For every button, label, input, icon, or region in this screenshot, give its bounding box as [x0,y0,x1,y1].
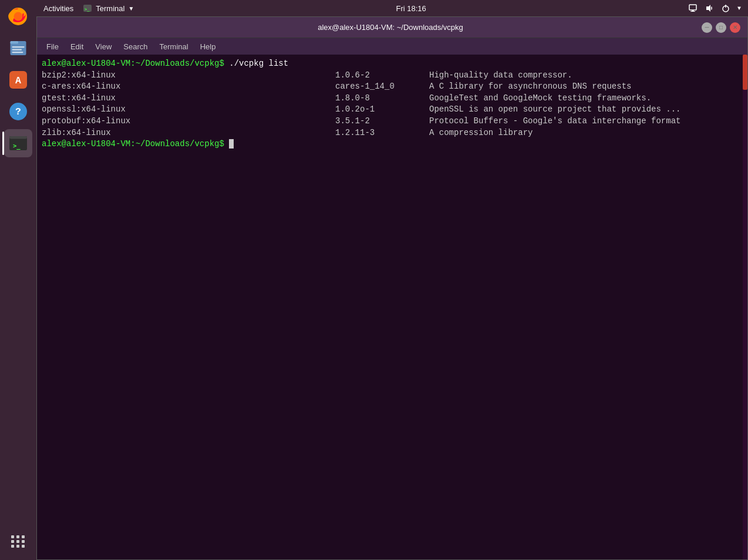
prompt2: alex@alex-U1804-VM:~/Downloads/vcpkg$ [42,139,224,149]
svg-marker-19 [706,5,710,12]
pkg-version: 1.2.11-3 [335,127,429,139]
svg-text:>_: >_ [13,142,21,150]
svg-point-1 [14,12,23,21]
scrollbar-thumb[interactable] [743,55,747,90]
activities-button[interactable]: Activities [43,4,73,13]
pkg-name: bzip2:x64-linux [42,70,335,82]
package-line: protobuf:x64-linux3.5.1-2Protocol Buffer… [42,116,743,127]
menu-file[interactable]: File [42,41,63,52]
volume-icon[interactable] [705,4,714,13]
prompt1: alex@alex-U1804-VM:~/Downloads/vcpkg$ [42,59,224,68]
pkg-name: gtest:x64-linux [42,93,335,104]
top-bar: Activities >_ Terminal ▼ Fri 18:16 [36,0,748,16]
pkg-name: openssl:x64-linux [42,104,335,116]
taskbar-files[interactable] [4,34,32,62]
menu-terminal[interactable]: Terminal [155,41,193,52]
taskbar-terminal[interactable]: >_ [4,129,32,157]
svg-rect-12 [9,136,27,139]
top-bar-left: Activities >_ Terminal ▼ [43,4,134,13]
top-bar-datetime: Fri 18:16 [396,4,426,13]
package-line: zlib:x64-linux1.2.11-3A compression libr… [42,127,743,139]
command-line: alex@alex-U1804-VM:~/Downloads/vcpkg$ ./… [42,58,743,70]
app-grid-button[interactable] [4,527,32,555]
svg-rect-4 [12,46,25,48]
svg-text:?: ? [15,106,21,117]
svg-text:>_: >_ [85,7,90,12]
app-dropdown-icon: ▼ [128,5,134,12]
pkg-name: c-ares:x64-linux [42,81,335,93]
pkg-version: cares-1_14_0 [335,81,429,93]
scrollbar-track[interactable] [743,55,747,559]
pkg-version: 1.8.0-8 [335,93,429,104]
menu-view[interactable]: View [90,41,116,52]
svg-rect-17 [692,10,694,11]
command-text: ./vcpkg list [229,59,288,68]
taskbar-help[interactable]: ? [4,97,32,126]
main-content: Activities >_ Terminal ▼ Fri 18:16 [36,0,748,560]
prompt2-line: alex@alex-U1804-VM:~/Downloads/vcpkg$ [42,139,743,150]
pkg-name: zlib:x64-linux [42,127,335,139]
pkg-name: protobuf:x64-linux [42,116,335,127]
pkg-desc: High-quality data compressor. [429,70,572,82]
pkg-desc: A C library for asynchronous DNS request… [429,81,631,93]
terminal-body[interactable]: alex@alex-U1804-VM:~/Downloads/vcpkg$ ./… [37,55,747,559]
pkg-desc: A compression library [429,127,533,139]
cursor [229,139,234,149]
menu-help[interactable]: Help [196,41,221,52]
package-line: openssl:x64-linux1.0.2o-1OpenSSL is an o… [42,104,743,116]
menu-search[interactable]: Search [119,41,152,52]
svg-rect-6 [12,52,23,53]
pkg-version: 3.5.1-2 [335,116,429,127]
package-line: gtest:x64-linux1.8.0-8GoogleTest and Goo… [42,93,743,104]
svg-rect-18 [690,11,695,12]
app-name-label: Terminal [96,4,124,13]
pkg-version: 1.0.6-2 [335,70,429,82]
pkg-desc: GoogleTest and GoogleMock testing framew… [429,93,651,104]
terminal-app-icon: >_ [83,4,92,13]
top-bar-app-menu[interactable]: >_ Terminal ▼ [83,4,134,13]
svg-rect-16 [689,5,696,10]
settings-dropdown-icon[interactable]: ▼ [737,5,741,12]
power-icon[interactable] [721,4,730,13]
pkg-desc: OpenSSL is an open source project that p… [429,104,680,116]
terminal-menubar: File Edit View Search Terminal Help [37,38,747,55]
package-line: c-ares:x64-linuxcares-1_14_0A C library … [42,81,743,93]
display-icon[interactable] [688,4,698,13]
menu-edit[interactable]: Edit [66,41,88,52]
window-close-button[interactable]: ✕ [730,22,740,33]
window-controls: ─ □ ✕ [702,22,740,33]
package-output: bzip2:x64-linux1.0.6-2High-quality data … [42,70,743,139]
taskbar-appstore[interactable]: A [4,66,32,94]
svg-rect-3 [11,41,19,44]
svg-rect-5 [12,49,22,50]
package-line: bzip2:x64-linux1.0.6-2High-quality data … [42,70,743,82]
window-maximize-button[interactable]: □ [716,22,726,33]
taskbar: A ? >_ [0,0,36,560]
taskbar-firefox[interactable] [4,2,32,31]
terminal-window: alex@alex-U1804-VM: ~/Downloads/vcpkg ─ … [36,16,748,560]
pkg-desc: Protocol Buffers - Google's data interch… [429,116,680,127]
window-minimize-button[interactable]: ─ [702,22,712,33]
top-bar-right: ▼ [688,4,741,13]
pkg-version: 1.0.2o-1 [335,104,429,116]
terminal-titlebar: alex@alex-U1804-VM: ~/Downloads/vcpkg ─ … [37,17,747,38]
terminal-title: alex@alex-U1804-VM: ~/Downloads/vcpkg [79,23,702,32]
svg-text:A: A [15,75,21,86]
